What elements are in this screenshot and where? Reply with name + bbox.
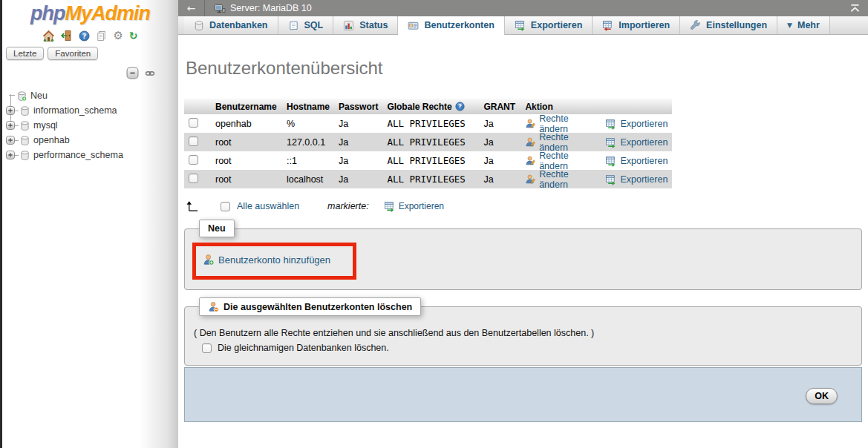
help-icon[interactable] xyxy=(79,30,90,42)
cell-host: localhost xyxy=(282,170,334,188)
user-accounts-icon xyxy=(408,20,419,31)
sidebar-collapse-row xyxy=(2,67,156,79)
cell-grant: Ja xyxy=(479,114,521,133)
database-icon xyxy=(20,135,30,146)
link-icon[interactable] xyxy=(144,68,156,79)
tree-item-label[interactable]: mysql xyxy=(33,120,58,131)
phpmyadmin-app: phpMyAdmin ⚙ ↻ Letzte Favoriten Neu xyxy=(0,0,868,448)
header-globale-rechte: Globale Rechte xyxy=(382,99,479,114)
export-user-link[interactable]: Exportieren xyxy=(605,155,668,167)
user-delete-icon xyxy=(208,301,219,312)
delete-users-fieldset: Die ausgewählten Benutzerkonten löschen … xyxy=(184,297,862,366)
gear-icon[interactable]: ⚙ xyxy=(113,30,123,42)
with-selected-row: Alle auswählen markierte: Exportieren xyxy=(186,200,862,212)
edit-privileges-link[interactable]: Rechte ändern xyxy=(525,151,595,171)
export-selected-link[interactable]: Exportieren xyxy=(384,200,444,212)
expand-icon[interactable] xyxy=(6,136,15,145)
check-all-checkbox[interactable] xyxy=(221,202,230,211)
export-icon xyxy=(605,174,616,185)
cell-password: Ja xyxy=(334,114,382,133)
tree-item-label[interactable]: information_schema xyxy=(33,105,117,116)
tab-benutzerkonten[interactable]: Benutzerkonten xyxy=(398,16,504,35)
tab-label: Einstellungen xyxy=(706,20,767,30)
export-user-link[interactable]: Exportieren xyxy=(605,118,668,130)
ok-button[interactable]: OK xyxy=(806,388,838,404)
tab-exportieren[interactable]: Exportieren xyxy=(505,16,593,34)
cell-password: Ja xyxy=(334,133,382,151)
tab-label: Importieren xyxy=(619,20,670,30)
export-icon xyxy=(384,200,395,212)
tree-item-information-schema: information_schema xyxy=(4,103,178,118)
logout-icon[interactable] xyxy=(61,30,73,42)
export-user-link[interactable]: Exportieren xyxy=(605,174,668,185)
tab-datenbanken[interactable]: Datenbanken xyxy=(184,16,278,34)
sidebar-filter-buttons: Letzte Favoriten xyxy=(6,47,178,60)
row-checkbox[interactable] xyxy=(189,155,198,165)
tree-connector xyxy=(15,125,19,126)
delete-users-legend: Die ausgewählten Benutzerkonten löschen xyxy=(199,297,421,316)
tab-label: Exportieren xyxy=(531,20,582,30)
tree-connector xyxy=(15,155,19,156)
drop-databases-option: Die gleichnamigen Datenbanken löschen. xyxy=(202,343,854,353)
cell-host: % xyxy=(282,114,334,133)
sidebar-toolbar: ⚙ ↻ xyxy=(2,29,178,42)
tree-item-openhab: openhab xyxy=(4,133,178,148)
collapse-all-icon[interactable] xyxy=(126,67,139,79)
user-edit-icon xyxy=(525,136,535,148)
database-icon xyxy=(20,120,30,131)
cell-grant: Ja xyxy=(479,151,521,170)
header-checkbox-col xyxy=(184,99,211,114)
export-icon xyxy=(605,155,616,167)
row-checkbox[interactable] xyxy=(189,118,198,128)
export-user-link[interactable]: Exportieren xyxy=(605,136,668,148)
add-user-link[interactable]: Benutzerkonto hinzufügen xyxy=(203,254,330,266)
page-body: Benutzerkontenübersicht Benutzername Hos… xyxy=(178,58,868,422)
tree-item-label[interactable]: performance_schema xyxy=(33,150,123,160)
home-icon[interactable] xyxy=(42,30,55,42)
edit-privileges-link[interactable]: Rechte ändern xyxy=(525,169,595,190)
export-icon xyxy=(605,136,616,148)
tab-label: Benutzerkonten xyxy=(424,20,494,30)
check-all-label[interactable]: Alle auswählen xyxy=(237,201,299,211)
expand-icon[interactable] xyxy=(6,121,15,130)
row-checkbox[interactable] xyxy=(189,174,198,183)
tab-label: Mehr xyxy=(797,20,820,30)
server-breadcrumb-bar: ← Server: MariaDB 10 xyxy=(178,0,868,16)
row-checkbox[interactable] xyxy=(189,136,198,146)
drop-databases-checkbox[interactable] xyxy=(202,343,212,353)
cell-privileges: ALL PRIVILEGES xyxy=(382,133,479,151)
expand-icon[interactable] xyxy=(6,151,15,159)
cell-host: 127.0.0.1 xyxy=(282,133,334,151)
tab-mehr[interactable]: ▼ Mehr xyxy=(777,16,830,34)
tab-einstellungen[interactable]: Einstellungen xyxy=(680,16,777,34)
table-row: root localhost Ja ALL PRIVILEGES Ja Rech… xyxy=(184,170,672,188)
privileges-help-icon[interactable] xyxy=(455,102,465,111)
tree-item-new-label[interactable]: Neu xyxy=(30,90,48,101)
database-tree: Neu information_schema mysql openhab xyxy=(4,88,178,162)
import-icon xyxy=(602,19,613,31)
legend-label: Die ausgewählten Benutzerkonten löschen xyxy=(223,302,412,312)
tree-line xyxy=(4,89,16,102)
page-title: Benutzerkontenübersicht xyxy=(186,58,862,79)
tab-importieren[interactable]: Importieren xyxy=(593,16,680,34)
docs-icon[interactable] xyxy=(96,30,107,42)
phpmyadmin-logo[interactable]: phpMyAdmin xyxy=(2,0,178,25)
tree-item-label[interactable]: openhab xyxy=(33,135,70,145)
logo-php-text: php xyxy=(30,2,65,24)
tree-connector xyxy=(15,111,19,111)
edit-privileges-link[interactable]: Rechte ändern xyxy=(525,132,595,153)
table-row: openhab % Ja ALL PRIVILEGES Ja Rechte än… xyxy=(184,114,672,133)
cell-privileges: ALL PRIVILEGES xyxy=(382,170,479,188)
tab-sql[interactable]: SQL xyxy=(278,16,334,34)
cell-user: root xyxy=(211,151,282,170)
recent-tables-button[interactable]: Letzte xyxy=(6,47,44,60)
annotation-highlight-box: Benutzerkonto hinzufügen xyxy=(192,243,356,280)
favorites-button[interactable]: Favoriten xyxy=(48,47,98,60)
expand-icon[interactable] xyxy=(6,106,15,115)
tab-status[interactable]: Status xyxy=(333,16,398,34)
reload-icon[interactable]: ↻ xyxy=(129,30,138,42)
edit-privileges-link[interactable]: Rechte ändern xyxy=(525,113,595,134)
form-footer: OK xyxy=(184,367,862,422)
back-button[interactable]: ← xyxy=(178,0,205,16)
collapse-panel-icon[interactable] xyxy=(849,4,861,13)
